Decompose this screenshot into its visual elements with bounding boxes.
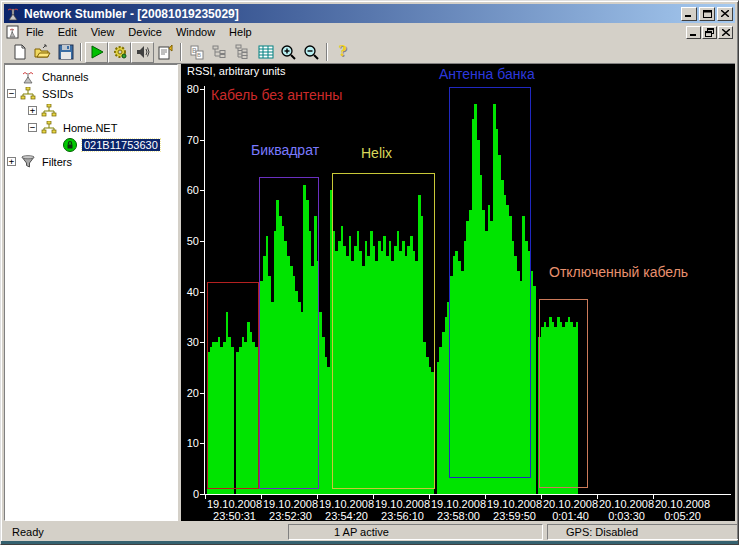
x-tick-mark [541, 495, 542, 499]
signal-pages-button-disabled: BB [185, 42, 208, 63]
y-tick-mark [200, 494, 204, 495]
tree-view2-icon [235, 44, 251, 60]
y-tick-mark [200, 342, 204, 343]
svg-text:B: B [197, 52, 201, 58]
properties-icon [157, 44, 174, 60]
menu-help[interactable]: Help [222, 24, 259, 40]
y-axis-line [204, 86, 205, 495]
title-bar[interactable]: Network Stumbler - [20081019235029] [4, 4, 735, 23]
annotation-label: Антенна банка [439, 66, 535, 82]
toolbar-separator [80, 43, 82, 61]
properties-button[interactable] [154, 42, 177, 63]
new-file-icon [12, 44, 28, 60]
status-gps: GPS: Disabled [547, 524, 739, 540]
antenna-icon [20, 70, 36, 84]
minimize-icon [690, 29, 698, 36]
gear-icon [112, 44, 128, 60]
annotation-label: Кабель без антенны [211, 87, 342, 103]
details-view-button[interactable] [254, 42, 277, 63]
new-file-button[interactable] [8, 42, 31, 63]
tree-item-home-net[interactable]: − Home.NET [7, 119, 177, 136]
tree-item-ap-021B11753630[interactable]: 021B11753630 [7, 136, 177, 153]
save-button[interactable] [54, 42, 77, 63]
y-tick-mark [200, 393, 204, 394]
bottom-edge [1, 541, 738, 544]
ssid-icon [41, 121, 57, 135]
x-tick-mark [261, 495, 262, 499]
minimize-button[interactable] [681, 7, 697, 21]
filter-icon [20, 155, 36, 169]
annotation-box [332, 173, 435, 489]
annotation-label: Отключенный кабель [549, 264, 688, 280]
ssid-tree-panel: Channels − SSIDs + [4, 64, 178, 521]
y-tick-label: 50 [181, 235, 199, 247]
menu-edit[interactable]: Edit [51, 24, 84, 40]
toolbar-separator [326, 43, 328, 61]
collapse-expander[interactable]: − [28, 123, 37, 132]
mdi-restore-button[interactable] [702, 26, 717, 39]
zoom-in-button[interactable] [277, 42, 300, 63]
toolbar: BB ?? [4, 41, 735, 64]
tree-item-filters[interactable]: + Filters [7, 153, 177, 170]
ssid-icon [41, 104, 57, 118]
x-tick-label: 19.10.200823:56:10 [375, 498, 430, 521]
mdi-document-icon[interactable] [6, 25, 19, 39]
annotation-box [207, 282, 259, 489]
tree-label[interactable]: SSIDs [40, 88, 75, 100]
x-tick-label: 20.10.20080:03:30 [599, 498, 654, 521]
y-tick-mark [200, 140, 204, 141]
zoom-out-button[interactable] [300, 42, 323, 63]
minimize-icon [685, 10, 693, 17]
x-tick-mark [317, 495, 318, 499]
expand-expander[interactable]: + [7, 157, 16, 166]
menu-device[interactable]: Device [121, 24, 169, 40]
collapse-expander[interactable]: − [7, 89, 16, 98]
menu-file[interactable]: File [19, 24, 51, 40]
rssi-bar [533, 286, 536, 494]
annotation-label: Helix [361, 145, 392, 161]
x-tick-label: 20.10.20080:05:20 [655, 498, 710, 521]
mdi-minimize-button[interactable] [686, 26, 701, 39]
tree-item-channels[interactable]: Channels [7, 68, 177, 85]
status-ready: Ready [6, 524, 284, 540]
mdi-close-button[interactable] [718, 26, 733, 39]
app-window: Network Stumbler - [20081019235029] File… [0, 0, 739, 545]
tree-label[interactable]: Home.NET [61, 122, 119, 134]
options-button[interactable] [108, 42, 131, 63]
open-file-button[interactable] [31, 42, 54, 63]
speaker-button[interactable] [131, 42, 154, 63]
tree-label[interactable]: Channels [40, 71, 90, 83]
help-button[interactable]: ?? [331, 42, 354, 63]
annotation-label: Биквадрат [251, 142, 319, 158]
x-tick-mark [205, 495, 206, 499]
toolbar-separator [180, 43, 182, 61]
expand-expander[interactable]: + [28, 106, 37, 115]
close-button[interactable] [717, 7, 733, 21]
x-tick-label: 20.10.20080:01:40 [543, 498, 598, 521]
tree-label-selected[interactable]: 021B11753630 [82, 139, 160, 151]
ap-lock-icon [62, 138, 78, 152]
signal-pages-icon: BB [189, 44, 205, 60]
tree-view2-button-disabled [231, 42, 254, 63]
zoom-out-icon [303, 44, 320, 61]
close-icon [721, 10, 729, 17]
menu-view[interactable]: View [84, 24, 122, 40]
rssi-chart-panel: RSSI, arbitrary units 807060504030201001… [181, 64, 735, 521]
maximize-icon [703, 10, 712, 18]
y-tick-mark [200, 292, 204, 293]
menu-window[interactable]: Window [169, 24, 222, 40]
x-tick-label: 19.10.200823:59:50 [487, 498, 542, 521]
menu-bar: File Edit View Device Window Help [4, 23, 735, 41]
close-icon [722, 29, 730, 36]
status-bar: Ready 1 AP active GPS: Disabled [4, 521, 735, 541]
status-ap-active: 1 AP active [288, 524, 543, 540]
tree-item-unnamed-ssid[interactable]: + [7, 102, 177, 119]
tree-label[interactable]: Filters [40, 156, 74, 168]
x-tick-label: 19.10.200823:50:31 [207, 498, 262, 521]
maximize-button[interactable] [699, 7, 715, 21]
tree-item-ssids[interactable]: − SSIDs [7, 85, 177, 102]
chart-axis-title: RSSI, arbitrary units [187, 65, 285, 77]
restore-icon [705, 28, 714, 37]
y-tick-label: 80 [181, 83, 199, 95]
play-scan-button[interactable] [85, 42, 108, 63]
